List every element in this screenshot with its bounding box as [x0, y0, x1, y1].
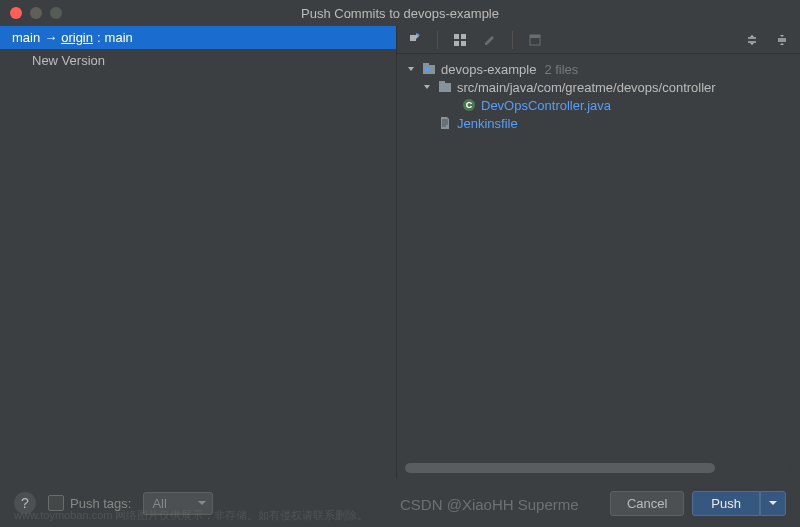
file-icon — [437, 115, 453, 131]
maximize-window-button[interactable] — [50, 7, 62, 19]
watermark-text: CSDN @XiaoHH Superme — [400, 496, 579, 513]
svg-rect-8 — [425, 67, 429, 71]
svg-rect-10 — [439, 81, 445, 84]
minimize-window-button[interactable] — [30, 7, 42, 19]
files-toolbar — [397, 26, 800, 54]
svg-rect-0 — [454, 34, 459, 39]
tree-folder[interactable]: src/main/java/com/greatme/devops/control… — [397, 78, 800, 96]
collapse-icon[interactable] — [772, 30, 792, 50]
chevron-down-icon[interactable] — [405, 64, 417, 74]
class-icon: C — [461, 97, 477, 113]
changelist-icon[interactable] — [405, 30, 425, 50]
group-icon[interactable] — [450, 30, 470, 50]
commits-panel: main → origin : main New Version — [0, 26, 397, 479]
modified-file-name: DevOpsController.java — [481, 98, 611, 113]
branch-selector[interactable]: main → origin : main — [0, 26, 396, 49]
folder-path: src/main/java/com/greatme/devops/control… — [457, 80, 716, 95]
push-dropdown-button[interactable] — [760, 491, 786, 516]
tree-file[interactable]: Jenkinsfile — [397, 114, 800, 132]
watermark-text-2: www.toymoban.com 网络图片仅供展示，非存储。如有侵权请联系删除。 — [14, 508, 368, 523]
horizontal-scrollbar[interactable] — [405, 463, 792, 473]
expand-icon[interactable] — [742, 30, 762, 50]
arrow-icon: → — [44, 30, 57, 45]
cancel-button[interactable]: Cancel — [610, 491, 684, 516]
file-tree: devops-example 2 files src/main/java/com… — [397, 54, 800, 463]
push-button[interactable]: Push — [692, 491, 760, 516]
push-label: Push — [711, 496, 741, 511]
tree-root[interactable]: devops-example 2 files — [397, 60, 800, 78]
svg-rect-5 — [530, 35, 540, 38]
scrollbar-thumb[interactable] — [405, 463, 715, 473]
svg-text:C: C — [466, 100, 473, 110]
window-title: Push Commits to devops-example — [301, 6, 499, 21]
colon: : — [97, 30, 101, 45]
edit-icon[interactable] — [480, 30, 500, 50]
files-panel: devops-example 2 files src/main/java/com… — [397, 26, 800, 479]
svg-rect-3 — [461, 41, 466, 46]
svg-rect-2 — [454, 41, 459, 46]
module-icon — [421, 61, 437, 77]
cancel-label: Cancel — [627, 496, 667, 511]
window-controls — [0, 7, 62, 19]
file-name: Jenkinsfile — [457, 116, 518, 131]
preview-icon[interactable] — [525, 30, 545, 50]
file-count: 2 files — [544, 62, 578, 77]
svg-rect-7 — [423, 63, 429, 66]
remote-branch: main — [105, 30, 133, 45]
tree-file-modified[interactable]: C DevOpsController.java — [397, 96, 800, 114]
svg-rect-1 — [461, 34, 466, 39]
root-name: devops-example — [441, 62, 536, 77]
commit-item[interactable]: New Version — [0, 49, 396, 72]
local-branch: main — [12, 30, 40, 45]
chevron-down-icon[interactable] — [421, 82, 433, 92]
folder-icon — [437, 79, 453, 95]
remote-name[interactable]: origin — [61, 30, 93, 45]
toolbar-separator — [437, 31, 438, 49]
close-window-button[interactable] — [10, 7, 22, 19]
toolbar-separator — [512, 31, 513, 49]
svg-rect-9 — [439, 83, 451, 92]
